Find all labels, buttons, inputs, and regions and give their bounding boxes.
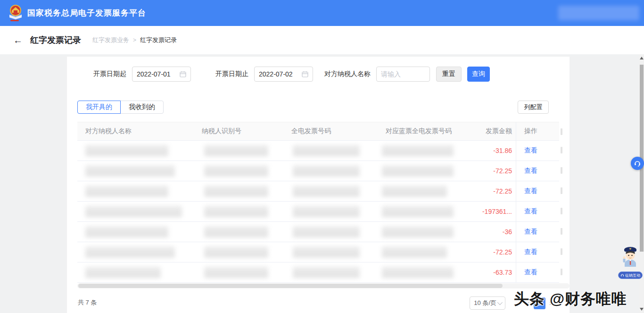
tab-issued-by-me[interactable]: 我开具的 [77,101,121,114]
taxpayer-id-cell-redacted [194,161,283,181]
blue-invoice-number-cell-redacted [378,242,458,262]
table-row: -31.86 查看 [77,141,559,161]
view-link[interactable]: 查看 [524,207,537,216]
user-info-redacted[interactable] [558,6,639,20]
invoice-amount: -72.25 [458,242,516,262]
date-start-value: 2022-07-01 [137,70,171,78]
blue-invoice-number-cell-redacted [378,161,458,181]
page-size-value: 10 条/页 [474,299,496,307]
table-header-row: 对方纳税人名称纳税人识别号全电发票号码对应蓝票全电发票号码发票金额操作 [77,122,559,141]
party-name-label: 对方纳税人名称 [324,70,371,78]
date-end-value: 2022-07-02 [259,70,293,78]
action-cell: 查看 [516,202,559,221]
invoice-amount: -197361... [458,202,516,221]
party-name-cell-redacted [77,202,194,221]
blue-invoice-number-cell-redacted [378,202,458,221]
reset-button[interactable]: 重置 [436,67,462,82]
column-header: 发票金额 [458,122,516,140]
party-name-cell-redacted [77,242,194,262]
view-link[interactable]: 查看 [524,228,537,236]
headset-icon [620,273,624,277]
table-row: -36 查看 [77,222,559,242]
view-link[interactable]: 查看 [524,146,537,155]
scroll-down-icon[interactable] [640,308,644,311]
invoice-amount: -72.25 [458,181,516,201]
invoice-number-cell-redacted [283,161,378,181]
page-size-select[interactable]: 10 条/页 [470,296,505,310]
blue-invoice-number-cell-redacted [378,262,458,282]
scroll-up-icon[interactable] [640,57,644,59]
action-cell: 查看 [516,161,559,181]
search-button[interactable]: 查询 [467,67,490,82]
customer-service-button[interactable] [631,157,644,170]
invoice-number-cell-redacted [283,202,378,221]
table-row: -63.73 查看 [77,262,559,283]
blue-invoice-number-cell-redacted [378,141,458,161]
invoice-number-cell-redacted [283,262,378,282]
assistant-badge-label: 征纳互动 [625,273,640,278]
action-cell: 查看 [516,222,559,242]
invoice-table: 对方纳税人名称纳税人识别号全电发票号码对应蓝票全电发票号码发票金额操作 -31.… [77,122,559,283]
assistant-widget[interactable]: 征纳互动 [618,245,643,279]
taxpayer-id-cell-redacted [194,262,283,282]
table-row: -197361... 查看 [77,202,559,222]
back-icon[interactable]: ← [13,35,23,45]
filter-bar: 开票日期起 2022-07-01 开票日期止 2022-07-02 对方纳税人名… [93,67,490,82]
party-name-cell-redacted [77,141,194,161]
page-title: 红字发票记录 [30,34,81,46]
breadcrumb-parent[interactable]: 红字发票业务 [92,36,129,44]
column-config-button[interactable]: 列配置 [518,101,549,114]
column-header: 全电发票号码 [283,122,378,140]
action-cell: 查看 [516,181,559,201]
blue-invoice-number-cell-redacted [378,181,458,201]
calendar-icon [180,71,186,77]
view-link[interactable]: 查看 [524,187,537,195]
app-title: 国家税务总局电子发票服务平台 [27,8,146,18]
party-name-cell-redacted [77,181,194,201]
page-header: ← 红字发票记录 红字发票业务 > 红字发票记录 [0,26,644,54]
horizontal-scrollbar-thumb[interactable] [78,284,503,288]
table-row: -72.25 查看 [77,161,559,181]
column-header: 操作 [516,122,559,140]
action-cell: 查看 [516,141,559,161]
tab-received-by-me[interactable]: 我收到的 [120,101,164,114]
blue-invoice-number-cell-redacted [378,222,458,242]
horizontal-scrollbar[interactable] [77,283,570,288]
invoice-amount: -36 [458,222,516,242]
party-name-input[interactable] [381,70,425,78]
view-link[interactable]: 查看 [524,248,537,256]
invoice-amount: -63.73 [458,262,516,282]
column-header: 纳税人识别号 [194,122,283,140]
content-card: 开票日期起 2022-07-01 开票日期止 2022-07-02 对方纳税人名… [67,57,570,313]
breadcrumb: 红字发票业务 > 红字发票记录 [92,36,177,44]
invoice-number-cell-redacted [283,242,378,262]
table-row: -72.25 查看 [77,181,559,202]
taxpayer-id-cell-redacted [194,242,283,262]
invoice-number-cell-redacted [283,181,378,201]
date-start-label: 开票日期起 [93,70,126,78]
taxpayer-id-cell-redacted [194,141,283,161]
invoice-amount: -72.25 [458,161,516,181]
date-end-input[interactable]: 2022-07-02 [254,67,313,82]
table-body: -31.86 查看 -72.25 查看 -72.25 查看 [77,141,559,283]
invoice-amount: -31.86 [458,141,516,161]
tax-officer-mascot-icon [619,245,642,269]
direction-tab-group: 我开具的 我收到的 [77,101,164,114]
breadcrumb-separator-icon: > [133,37,136,43]
table-row: -72.25 查看 [77,242,559,262]
column-header: 对方纳税人名称 [77,122,194,140]
column-header: 对应蓝票全电发票号码 [378,122,458,140]
date-start-input[interactable]: 2022-07-01 [132,67,191,82]
tabs-row: 我开具的 我收到的 列配置 [77,101,549,114]
action-cell: 查看 [516,242,559,262]
tax-bureau-emblem-icon [8,4,24,22]
view-link[interactable]: 查看 [524,167,537,175]
headset-icon [634,160,641,167]
view-link[interactable]: 查看 [524,268,537,277]
date-end-label: 开票日期止 [215,70,248,78]
calendar-icon [302,71,308,77]
assistant-badge[interactable]: 征纳互动 [618,271,643,279]
action-cell: 查看 [516,262,559,282]
party-name-cell-redacted [77,262,194,282]
taxpayer-id-cell-redacted [194,202,283,221]
